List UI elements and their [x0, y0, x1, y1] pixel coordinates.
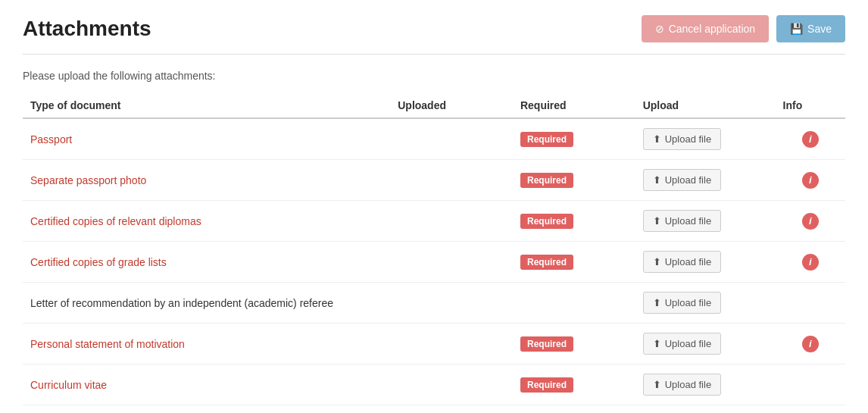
doc-link-certified-copies-grade-lists[interactable]: Certified copies of grade lists [30, 256, 167, 268]
col-header-required: Required [513, 93, 635, 118]
upload-file-button-passport[interactable]: ⬆Upload file [643, 128, 721, 150]
uploaded-cell-separate-passport-photo [390, 160, 513, 201]
upload-file-button-separate-passport-photo[interactable]: ⬆Upload file [643, 169, 721, 191]
uploaded-cell-letter-recommendation [390, 283, 513, 324]
upload-file-button-personal-statement[interactable]: ⬆Upload file [643, 333, 721, 355]
upload-label: Upload file [665, 379, 711, 390]
required-badge-passport: Required [520, 132, 573, 147]
info-icon-certified-copies-diplomas[interactable]: i [802, 213, 819, 230]
save-label: Save [807, 23, 832, 35]
upload-label: Upload file [665, 297, 711, 308]
info-icon-personal-statement[interactable]: i [802, 336, 819, 352]
doc-link-curriculum-vitae[interactable]: Curriculum vitae [30, 379, 107, 391]
table-row: Proof of proficiency in EnglishRequired⬆… [23, 405, 845, 414]
page-title: Attachments [23, 17, 151, 41]
required-badge-certified-copies-grade-lists: Required [520, 255, 573, 270]
col-header-info: Info [776, 93, 845, 118]
upload-label: Upload file [665, 133, 711, 145]
upload-label: Upload file [665, 338, 711, 349]
upload-icon: ⬆ [653, 174, 661, 186]
uploaded-cell-personal-statement [390, 324, 513, 365]
info-icon-passport[interactable]: i [802, 131, 819, 148]
required-badge-personal-statement: Required [520, 336, 573, 352]
save-button[interactable]: 💾 Save [776, 15, 845, 42]
doc-label-letter-recommendation: Letter of recommendation by an independe… [30, 297, 333, 309]
uploaded-cell-certified-copies-diplomas [390, 201, 513, 242]
page-container: Attachments ⊘ Cancel application 💾 Save … [0, 0, 868, 413]
doc-link-personal-statement[interactable]: Personal statement of motivation [30, 338, 185, 350]
table-row: Separate passport photoRequired⬆Upload f… [23, 160, 845, 201]
upload-label: Upload file [665, 215, 711, 227]
table-row: Personal statement of motivationRequired… [23, 324, 845, 365]
required-badge-curriculum-vitae: Required [520, 377, 573, 393]
upload-file-button-curriculum-vitae[interactable]: ⬆Upload file [643, 374, 721, 396]
upload-icon: ⬆ [653, 379, 661, 390]
uploaded-cell-proof-english [390, 405, 513, 414]
upload-icon: ⬆ [653, 297, 661, 308]
cancel-application-button[interactable]: ⊘ Cancel application [642, 15, 769, 42]
subtitle: Please upload the following attachments: [23, 70, 845, 82]
required-badge-separate-passport-photo: Required [520, 173, 573, 188]
upload-file-button-certified-copies-grade-lists[interactable]: ⬆Upload file [643, 251, 721, 273]
col-header-uploaded: Uploaded [390, 93, 513, 118]
doc-link-separate-passport-photo[interactable]: Separate passport photo [30, 174, 146, 186]
upload-label: Upload file [665, 174, 711, 186]
uploaded-cell-passport [390, 118, 513, 160]
table-row: Letter of recommendation by an independe… [23, 283, 845, 324]
upload-icon: ⬆ [653, 338, 661, 349]
col-header-doc: Type of document [23, 93, 390, 118]
doc-link-certified-copies-diplomas[interactable]: Certified copies of relevant diplomas [30, 215, 201, 227]
header-buttons: ⊘ Cancel application 💾 Save [642, 15, 845, 42]
upload-icon: ⬆ [653, 133, 661, 145]
col-header-upload: Upload [635, 93, 776, 118]
attachments-table: Type of document Uploaded Required Uploa… [23, 93, 845, 413]
table-row: PassportRequired⬆Upload filei [23, 118, 845, 160]
cancel-label: Cancel application [669, 23, 755, 35]
table-header-row: Type of document Uploaded Required Uploa… [23, 93, 845, 118]
save-icon: 💾 [790, 23, 803, 35]
table-row: Curriculum vitaeRequired⬆Upload file [23, 365, 845, 405]
upload-file-button-certified-copies-diplomas[interactable]: ⬆Upload file [643, 210, 721, 232]
uploaded-cell-certified-copies-grade-lists [390, 242, 513, 283]
table-row: Certified copies of grade listsRequired⬆… [23, 242, 845, 283]
upload-icon: ⬆ [653, 256, 661, 268]
upload-file-button-letter-recommendation[interactable]: ⬆Upload file [643, 292, 721, 314]
uploaded-cell-curriculum-vitae [390, 365, 513, 405]
upload-icon: ⬆ [653, 215, 661, 227]
cancel-icon: ⊘ [655, 23, 664, 35]
info-icon-separate-passport-photo[interactable]: i [802, 172, 819, 189]
doc-link-passport[interactable]: Passport [30, 133, 72, 145]
info-icon-certified-copies-grade-lists[interactable]: i [802, 254, 819, 271]
header: Attachments ⊘ Cancel application 💾 Save [23, 15, 845, 55]
table-row: Certified copies of relevant diplomasReq… [23, 201, 845, 242]
required-badge-certified-copies-diplomas: Required [520, 214, 573, 229]
upload-label: Upload file [665, 256, 711, 268]
